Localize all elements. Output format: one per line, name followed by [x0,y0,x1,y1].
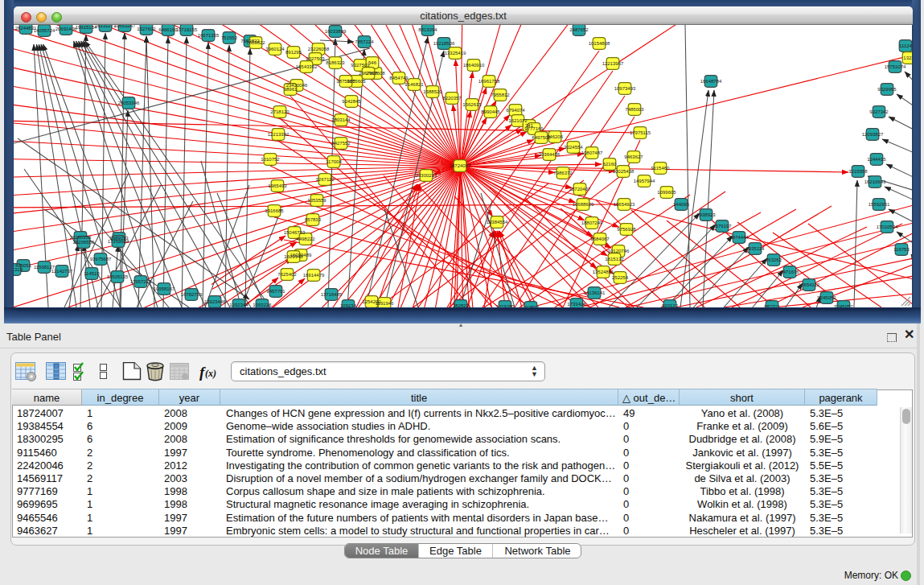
svg-text:1099605: 1099605 [657,190,676,195]
svg-text:1019283: 1019283 [495,304,515,307]
svg-text:2803144: 2803144 [331,117,351,122]
svg-text:7663822: 7663822 [246,40,265,45]
svg-text:9242845: 9242845 [342,99,361,104]
svg-text:10154808: 10154808 [589,41,610,46]
svg-text:8220357: 8220357 [442,96,462,101]
svg-text:10719155: 10719155 [176,27,198,32]
svg-text:1609948: 1609948 [284,254,303,259]
svg-text:9327503: 9327503 [351,63,370,68]
svg-text:14957944: 14957944 [634,179,655,183]
svg-text:116753: 116753 [893,247,910,252]
svg-text:12093827: 12093827 [862,132,884,137]
svg-text:15592951: 15592951 [869,202,890,207]
svg-text:2967608: 2967608 [359,71,378,76]
svg-text:8990445: 8990445 [481,109,500,114]
svg-text:20053346: 20053346 [118,101,140,105]
svg-text:19384554: 19384554 [487,220,508,225]
svg-text:1527602: 1527602 [137,27,156,31]
svg-text:17975115: 17975115 [630,130,651,135]
svg-text:18640910: 18640910 [463,63,485,68]
svg-text:1093226: 1093226 [253,303,272,307]
svg-text:9227342: 9227342 [869,109,889,114]
svg-text:6579197: 6579197 [713,224,732,229]
svg-text:19654923: 19654923 [614,202,635,207]
svg-text:16033809: 16033809 [325,29,347,34]
svg-text:9327503: 9327503 [306,56,325,61]
svg-text:9245052: 9245052 [817,295,836,300]
svg-text:16210643: 16210643 [864,179,886,184]
svg-text:10653267: 10653267 [114,25,136,28]
svg-text:15720407: 15720407 [569,187,591,192]
svg-text:13325419: 13325419 [445,51,466,56]
svg-text:1292344: 1292344 [229,303,248,307]
svg-text:9329965: 9329965 [877,87,897,92]
svg-text:23226058: 23226058 [308,47,330,51]
svg-text:7857224: 7857224 [355,39,374,44]
svg-text:751552: 751552 [221,35,238,40]
svg-text:17010504: 17010504 [877,225,898,229]
svg-text:20691406: 20691406 [55,27,77,31]
svg-text:12923446: 12923446 [204,299,226,304]
svg-text:391319: 391319 [14,267,23,272]
svg-text:10958167: 10958167 [154,286,175,291]
svg-text:20206556: 20206556 [73,240,95,245]
svg-text:62160: 62160 [603,162,617,167]
svg-text:9115460: 9115460 [651,166,671,171]
svg-text:7986372: 7986372 [553,171,573,175]
svg-text:117004: 117004 [326,159,342,164]
svg-text:1322: 1322 [903,56,912,60]
svg-text:1353559: 1353559 [307,198,326,203]
svg-text:18807249: 18807249 [581,220,603,225]
svg-text:192833: 192833 [523,305,540,307]
svg-text:8186323: 8186323 [326,60,345,65]
svg-text:15046753: 15046753 [284,230,306,235]
svg-text:13524851: 13524851 [593,270,614,274]
svg-text:9474444: 9474444 [729,235,749,240]
svg-text:16648784: 16648784 [700,79,722,84]
svg-text:1916685: 1916685 [265,208,284,213]
svg-text:920123: 920123 [662,303,679,307]
svg-text:9684067: 9684067 [590,237,610,241]
svg-text:19218506: 19218506 [433,41,455,46]
svg-text:8813094: 8813094 [418,27,437,32]
svg-text:3024554: 3024554 [564,145,583,150]
svg-text:763262: 763262 [766,257,782,262]
svg-text:10120746: 10120746 [608,249,630,253]
svg-text:857833: 857833 [305,217,322,222]
svg-text:1191946: 1191946 [376,301,395,306]
svg-text:1733426: 1733426 [567,302,586,307]
svg-text:3875605: 3875605 [336,79,355,84]
svg-text:10807487: 10807487 [581,150,603,155]
svg-text:13716485: 13716485 [321,292,343,297]
svg-text:252254: 252254 [612,275,629,280]
svg-text:(x): (x) [205,368,216,379]
svg-text:20364436: 20364436 [539,152,561,157]
svg-text:2935114: 2935114 [746,246,766,251]
svg-text:1010752: 1010752 [261,157,280,162]
svg-text:1965493: 1965493 [268,183,287,188]
svg-text:10973493: 10973493 [614,86,636,91]
svg-text:23300213: 23300213 [416,173,437,178]
svg-text:9756928: 9756928 [617,227,636,232]
svg-text:9245052: 9245052 [834,304,853,307]
svg-text:16543362: 16543362 [296,64,318,69]
svg-text:14055724: 14055724 [34,28,55,33]
svg-text:15751074: 15751074 [885,64,906,69]
svg-text:6794074: 6794074 [506,108,525,113]
svg-text:882311: 882311 [764,304,780,307]
svg-text:2487652: 2487652 [569,27,589,32]
svg-text:144095: 144095 [673,202,690,207]
svg-text:12213967: 12213967 [602,61,624,66]
svg-text:7625402: 7625402 [277,272,297,277]
svg-text:1562615: 1562615 [462,102,482,107]
svg-text:93975687: 93975687 [90,257,112,262]
svg-text:12142737: 12142737 [51,269,73,274]
svg-text:98961: 98961 [284,87,298,92]
svg-text:12505135: 12505135 [107,274,129,279]
svg-text:8938923: 8938923 [696,212,716,217]
svg-text:17359924: 17359924 [108,239,129,244]
svg-text:9463627: 9463627 [624,154,643,159]
svg-text:16782759: 16782759 [181,292,203,297]
svg-text:8471676: 8471676 [780,270,799,274]
svg-text:3267110: 3267110 [316,177,335,182]
